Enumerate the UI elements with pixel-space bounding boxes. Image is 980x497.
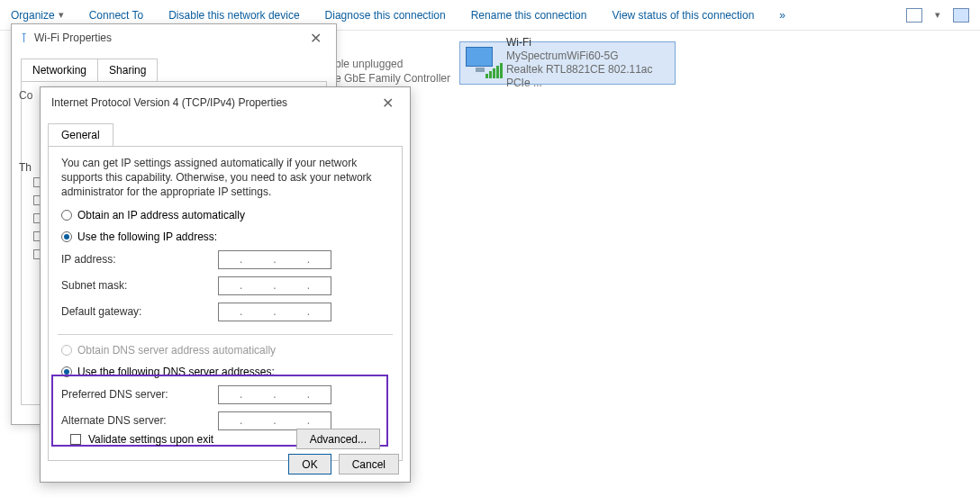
wifi-icon: ⊺ xyxy=(21,31,27,45)
toolbar-rename[interactable]: Rename this connection xyxy=(471,9,587,22)
tab-general[interactable]: General xyxy=(48,123,113,146)
adapter-ssid: MySpectrumWiFi60-5G xyxy=(506,50,669,63)
input-ip-address[interactable]: ... xyxy=(218,250,331,269)
radio-icon xyxy=(61,231,72,242)
close-icon[interactable]: ✕ xyxy=(377,93,399,113)
checkbox-validate[interactable]: Validate settings upon exit xyxy=(70,433,213,446)
adapter-labels: Wi-Fi MySpectrumWiFi60-5G Realtek RTL882… xyxy=(506,36,669,90)
adapter-name: Wi-Fi xyxy=(506,36,669,50)
input-default-gateway[interactable]: ... xyxy=(218,303,331,321)
radio-icon xyxy=(61,210,72,221)
ipv4-properties-dialog: Internet Protocol Version 4 (TCP/IPv4) P… xyxy=(40,86,411,483)
label-subnet-mask: Subnet mask: xyxy=(61,279,205,292)
toolbar-connect-to[interactable]: Connect To xyxy=(89,9,144,22)
partial-text-th: Th xyxy=(19,161,32,174)
partial-text-co: Co xyxy=(19,89,32,102)
toolbar-diagnose[interactable]: Diagnose this connection xyxy=(325,9,446,22)
adapter-device: Realtek RTL8821CE 802.11ac PCIe ... xyxy=(506,63,669,90)
preview-pane-icon[interactable] xyxy=(953,8,969,23)
toolbar-organize[interactable]: Organize ▾ xyxy=(11,9,64,22)
intro-text: You can get IP settings assigned automat… xyxy=(61,156,389,200)
advanced-button[interactable]: Advanced... xyxy=(296,429,380,449)
radio-ip-manual[interactable]: Use the following IP address: xyxy=(61,230,389,243)
chevron-down-icon: ▾ xyxy=(935,9,940,21)
toolbar-view-status[interactable]: View status of this connection xyxy=(612,9,754,22)
radio-dns-auto: Obtain DNS server address automatically xyxy=(61,344,389,357)
adapter-wifi[interactable]: Wi-Fi MySpectrumWiFi60-5G Realtek RTL882… xyxy=(459,41,676,85)
toolbar-more[interactable]: » xyxy=(779,9,785,22)
toolbar-disable[interactable]: Disable this network device xyxy=(168,9,299,22)
ok-button[interactable]: OK xyxy=(288,454,331,474)
close-icon[interactable]: ✕ xyxy=(304,28,327,49)
label-ip-address: IP address: xyxy=(61,253,205,266)
input-subnet-mask[interactable]: ... xyxy=(218,276,331,295)
radio-ip-auto[interactable]: Obtain an IP address automatically xyxy=(61,209,389,221)
wifi-dialog-title: Wi-Fi Properties xyxy=(34,32,112,44)
view-options-icon[interactable] xyxy=(906,8,922,23)
wifi-adapter-icon xyxy=(466,45,499,81)
cancel-button[interactable]: Cancel xyxy=(339,454,399,474)
label-default-gateway: Default gateway: xyxy=(61,305,205,318)
tab-sharing[interactable]: Sharing xyxy=(97,59,158,81)
radio-icon xyxy=(61,345,72,356)
ipv4-body: You can get IP settings assigned automat… xyxy=(48,146,403,461)
checkbox-icon xyxy=(70,434,81,445)
hidden-adapter-text: ble unplugged e GbE Family Controller xyxy=(335,58,450,86)
tab-networking[interactable]: Networking xyxy=(21,59,98,81)
ipv4-dialog-title: Internet Protocol Version 4 (TCP/IPv4) P… xyxy=(51,96,287,109)
chevron-down-icon: ▾ xyxy=(59,9,64,21)
